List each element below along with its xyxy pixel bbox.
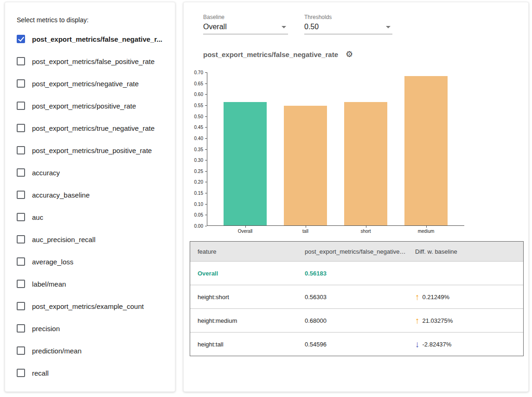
metric-row[interactable]: post_export_metrics/true_negative_rate: [5, 117, 175, 139]
metric-row[interactable]: auc: [5, 206, 175, 228]
down-arrow-icon: ↓: [415, 340, 420, 349]
checkbox-unchecked-icon[interactable]: [17, 146, 25, 154]
metric-row[interactable]: post_export_metrics/false_negative_r...: [5, 28, 175, 50]
checkbox-unchecked-icon[interactable]: [17, 213, 25, 221]
metric-label: post_export_metrics/true_positive_rate: [32, 147, 152, 154]
bar-Overall[interactable]: [224, 102, 267, 225]
y-axis-tick-label: 0.55: [194, 102, 203, 108]
table-header-cell: feature: [190, 248, 297, 255]
x-axis-tick-label: short: [344, 229, 387, 234]
checkbox-unchecked-icon[interactable]: [17, 79, 25, 88]
metric-row[interactable]: accuracy: [5, 161, 175, 184]
checkbox-unchecked-icon[interactable]: [17, 324, 25, 333]
x-axis-tick-mark: [366, 226, 366, 228]
thresholds-select[interactable]: 0.50: [304, 22, 392, 34]
x-axis-tick-label: Overall: [224, 229, 267, 234]
metric-label: post_export_metrics/positive_rate: [32, 102, 136, 110]
checkbox-unchecked-icon[interactable]: [17, 57, 25, 65]
y-axis-tick-mark: [205, 182, 207, 182]
y-axis-tick-label: 0.70: [194, 70, 203, 75]
diff-cell: ↑0.21249%: [408, 293, 523, 301]
metric-row[interactable]: accuracy_baseline: [5, 184, 175, 206]
metric-row[interactable]: post_export_metrics/false_positive_rate: [5, 50, 175, 72]
metric-label: auc_precision_recall: [32, 236, 96, 243]
diff-value: 21.03275%: [423, 317, 453, 324]
metric-row[interactable]: prediction/mean: [5, 339, 175, 362]
metric-row[interactable]: precision: [5, 317, 175, 339]
metric-label: post_export_metrics/negative_rate: [32, 80, 139, 88]
y-axis-tick-label: 0.65: [194, 81, 203, 86]
value-cell: 0.56183: [297, 270, 408, 277]
metric-label: auc: [32, 213, 43, 221]
feature-cell: height:tall: [190, 341, 297, 348]
thresholds-control: Thresholds 0.50: [304, 14, 392, 34]
checkbox-unchecked-icon[interactable]: [17, 168, 25, 177]
y-axis-tick-mark: [205, 193, 207, 193]
y-axis-tick-label: 0.50: [194, 114, 203, 119]
checkbox-unchecked-icon[interactable]: [17, 257, 25, 266]
checkbox-unchecked-icon[interactable]: [17, 280, 25, 288]
checkbox-unchecked-icon[interactable]: [17, 102, 25, 110]
chart-title: post_export_metrics/false_negative_rate: [203, 51, 338, 58]
y-axis-tick-mark: [205, 72, 207, 73]
metric-label: post_export_metrics/false_positive_rate: [32, 58, 154, 65]
value-cell: 0.56303: [297, 294, 408, 301]
value-cell: 0.68000: [297, 317, 408, 324]
bar-chart: 0.000.050.100.150.200.250.300.350.400.45…: [207, 72, 464, 226]
baseline-select[interactable]: Overall: [203, 22, 288, 34]
bar-medium[interactable]: [404, 76, 448, 225]
checkbox-unchecked-icon[interactable]: [17, 235, 25, 243]
metric-row[interactable]: post_export_metrics/true_positive_rate: [5, 139, 175, 161]
baseline-label: Baseline: [203, 14, 288, 20]
y-axis-tick-label: 0.20: [194, 179, 203, 185]
metric-row[interactable]: post_export_metrics/positive_rate: [5, 95, 175, 117]
y-axis-tick-mark: [205, 215, 207, 215]
table-header-row: featurepost_export_metrics/false_negativ…: [190, 242, 523, 261]
metric-label: post_export_metrics/true_negative_rate: [32, 124, 154, 132]
metric-row[interactable]: average_loss: [5, 250, 175, 273]
chevron-down-icon: [386, 26, 391, 28]
metric-row[interactable]: recall: [5, 362, 175, 384]
table-row[interactable]: height:tall0.54596↓-2.82437%: [190, 332, 523, 356]
metric-row[interactable]: post_export_metrics/example_count: [5, 295, 175, 317]
table-row[interactable]: height:short0.56303↑0.21249%: [190, 285, 523, 308]
value-cell: 0.54596: [297, 341, 408, 348]
table-row[interactable]: Overall0.56183: [190, 261, 523, 285]
metrics-table: featurepost_export_metrics/false_negativ…: [190, 241, 524, 356]
diff-cell: ↑21.03275%: [408, 316, 523, 325]
gear-icon[interactable]: ⚙: [346, 50, 353, 58]
y-axis-tick-label: 0.25: [194, 168, 203, 173]
y-axis-tick-label: 0.15: [194, 191, 203, 196]
y-axis-tick-mark: [205, 160, 207, 160]
checkbox-unchecked-icon[interactable]: [17, 191, 25, 199]
feature-cell: Overall: [190, 270, 297, 277]
y-axis-tick-mark: [205, 105, 207, 106]
bar-short[interactable]: [344, 102, 387, 225]
y-axis-tick-mark: [205, 226, 207, 226]
x-axis-tick-mark: [426, 226, 427, 228]
chevron-down-icon: [282, 26, 286, 28]
y-axis-tick-mark: [205, 116, 207, 117]
diff-cell: ↓-2.82437%: [408, 340, 523, 349]
checkbox-unchecked-icon[interactable]: [17, 124, 25, 132]
baseline-value: Overall: [203, 23, 227, 31]
feature-cell: height:short: [190, 294, 297, 301]
x-axis-tick-mark: [245, 226, 246, 228]
checkbox-unchecked-icon[interactable]: [17, 346, 25, 355]
y-axis-tick-mark: [205, 94, 207, 95]
y-axis-tick-label: 0.00: [194, 224, 203, 229]
checkbox-unchecked-icon[interactable]: [17, 369, 25, 377]
y-axis-tick-mark: [205, 127, 207, 128]
metric-row[interactable]: post_export_metrics/negative_rate: [5, 72, 175, 95]
y-axis-tick-label: 0.60: [194, 92, 203, 97]
diff-value: -2.82437%: [423, 341, 452, 348]
thresholds-value: 0.50: [304, 23, 319, 31]
bar-tall[interactable]: [284, 106, 327, 225]
table-row[interactable]: height:medium0.68000↑21.03275%: [190, 308, 523, 332]
metric-row[interactable]: label/mean: [5, 273, 175, 295]
table-header-cell: Diff. w. baseline: [408, 248, 523, 255]
checkbox-checked-icon[interactable]: [17, 35, 25, 43]
metric-row[interactable]: auc_precision_recall: [5, 228, 175, 250]
metric-selector-title: Select metrics to display:: [17, 16, 89, 24]
checkbox-unchecked-icon[interactable]: [17, 302, 25, 310]
